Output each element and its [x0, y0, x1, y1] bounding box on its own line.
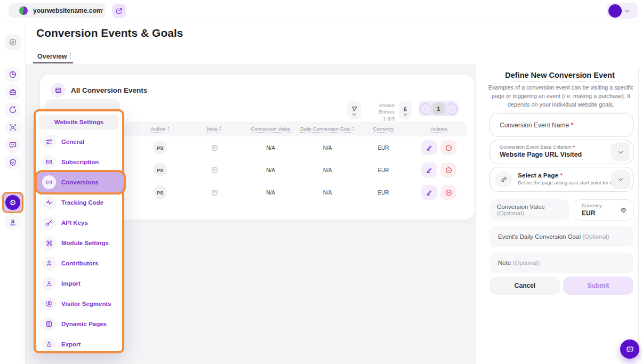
page-size-select[interactable]: 6 — [399, 101, 412, 119]
conversion-value-input[interactable]: Conversion Value (Optional) — [489, 199, 569, 221]
select-page-field[interactable]: Select a Page * Define the page acting a… — [489, 167, 633, 192]
required-marker: * — [571, 122, 573, 129]
column-header-currency: Currency — [356, 126, 411, 133]
menu-item-module-settings[interactable]: ⌘ Module Settings — [39, 233, 119, 253]
visitors-focus-icon[interactable] — [5, 119, 21, 135]
menu-item-api-keys[interactable]: API Keys — [39, 213, 119, 233]
column-header-daily-goal[interactable]: Daily Conversion Goal▲▼ — [299, 126, 356, 133]
currency-cell: EUR — [356, 167, 411, 173]
page-title: Conversion Events & Goals — [36, 27, 183, 39]
edit-button[interactable] — [421, 185, 437, 200]
next-page-button[interactable]: → — [446, 103, 457, 115]
shown-entries-label: Shown Entries — [363, 102, 395, 116]
daily-goal-cell: N/A — [299, 190, 356, 196]
edit-button[interactable] — [421, 163, 437, 177]
cancel-button[interactable]: Cancel — [489, 277, 560, 295]
tab-active-underline — [33, 62, 73, 63]
base-criterion-select[interactable]: Conversion Event Base Criterion * Websit… — [489, 140, 633, 164]
delete-button[interactable] — [440, 140, 456, 155]
app-root: yourwebsitename.com ⚙ Conversion Events … — [0, 0, 642, 364]
scrollbar-track[interactable] — [638, 67, 639, 359]
pencil-icon — [426, 189, 433, 196]
circle-minus-icon — [445, 166, 453, 174]
table-list-icon — [51, 83, 66, 98]
menu-item-general[interactable]: General — [39, 132, 119, 152]
daily-goal-cell: N/A — [299, 145, 356, 151]
topbar: yourwebsitename.com — [0, 0, 642, 21]
select-page-dropdown-button[interactable] — [611, 170, 630, 189]
currency-settings-gear-icon[interactable]: ⚙ — [620, 206, 627, 214]
download-icon — [42, 277, 56, 290]
command-icon: ⌘ — [42, 236, 56, 250]
envelope-icon — [42, 155, 56, 169]
daily-goal-input[interactable]: Event's Daily Conversion Goal (Optional) — [489, 226, 633, 247]
menu-item-export[interactable]: Export — [39, 334, 119, 354]
criterion-value: Website Page URL Visited — [500, 151, 582, 158]
company-briefcase-icon[interactable] — [5, 84, 21, 100]
open-website-button[interactable] — [112, 4, 126, 18]
feedback-chat-icon[interactable] — [5, 137, 21, 153]
criterion-dropdown-button[interactable] — [611, 142, 630, 161]
note-icon[interactable] — [187, 144, 242, 152]
chat-bubble-icon — [625, 345, 635, 354]
edit-button[interactable] — [421, 140, 437, 155]
book-icon — [42, 317, 56, 331]
currency-cell: EUR — [356, 190, 411, 196]
menu-item-subscription[interactable]: Subscription — [39, 152, 119, 172]
filter-button[interactable] — [347, 101, 361, 119]
settings-gear-icon[interactable]: ⚙ — [2, 192, 23, 213]
privacy-shield-icon[interactable] — [5, 155, 21, 171]
tab-overview[interactable]: Overview — [37, 53, 67, 60]
column-header-note[interactable]: Note▲▼ — [187, 126, 242, 133]
prev-page-button[interactable]: ← — [420, 103, 431, 115]
avatar — [608, 4, 622, 18]
circle-minus-icon — [445, 144, 453, 152]
pencil-icon — [426, 144, 433, 151]
note-input[interactable]: Note (Optional) — [489, 253, 633, 273]
delete-button[interactable] — [440, 185, 456, 200]
submit-button[interactable]: Submit — [563, 277, 633, 295]
pencil-icon — [426, 166, 433, 174]
tab-options-kebab-icon[interactable]: ⋮ — [67, 52, 74, 60]
collapse-sidebar-icon[interactable] — [5, 34, 21, 50]
arrow-right-icon: → — [448, 106, 454, 112]
menu-item-import[interactable]: Import — [39, 273, 119, 294]
conversion-value-cell: N/A — [242, 167, 299, 173]
conversion-value-cell: N/A — [242, 190, 299, 196]
link-icon — [495, 171, 512, 188]
gear-icon: ⚙ — [5, 195, 20, 210]
person-icon — [42, 256, 56, 270]
menu-item-dynamic-pages[interactable]: Dynamic Pages — [39, 314, 119, 334]
location-person-icon[interactable] — [5, 214, 21, 230]
menu-item-visitor-segments[interactable]: Visitor Segments — [39, 294, 119, 314]
announcement-icon — [42, 175, 56, 189]
column-header-author[interactable]: Author▲▼ — [133, 126, 187, 133]
pagination: ← 1 → — [419, 101, 459, 116]
menu-item-conversions[interactable]: Conversions — [37, 172, 124, 192]
shown-entries: Shown Entries 1-3/3 — [363, 102, 395, 122]
menu-item-contributors[interactable]: Contributors — [39, 253, 119, 273]
dashboard-pie-icon[interactable] — [5, 67, 21, 83]
currency-select[interactable]: Currency EUR ⚙ — [574, 199, 633, 221]
author-avatar: PS — [153, 163, 167, 177]
note-icon[interactable] — [187, 189, 242, 197]
chevron-down-icon — [403, 111, 407, 115]
website-selector[interactable]: yourwebsitename.com — [9, 3, 106, 18]
sessions-refresh-icon[interactable] — [5, 102, 21, 118]
currency-cell: EUR — [356, 145, 411, 151]
sidebar: ⚙ — [0, 21, 26, 364]
support-chat-button[interactable] — [620, 339, 639, 359]
visitor-ring-icon — [42, 297, 56, 311]
upload-icon — [42, 337, 56, 351]
conversion-event-name-input[interactable]: Conversion Event Name * — [489, 113, 633, 137]
user-menu[interactable] — [607, 3, 638, 19]
daily-goal-cell: N/A — [299, 167, 356, 173]
external-link-icon — [115, 7, 123, 15]
sort-icon: ▲▼ — [167, 126, 169, 132]
key-icon — [42, 216, 56, 230]
menu-item-tracking-code[interactable]: Tracking Code — [39, 192, 119, 213]
note-icon[interactable] — [187, 166, 242, 174]
delete-button[interactable] — [440, 163, 456, 177]
page-number[interactable]: 1 — [432, 103, 445, 115]
currency-value: EUR — [582, 209, 595, 217]
